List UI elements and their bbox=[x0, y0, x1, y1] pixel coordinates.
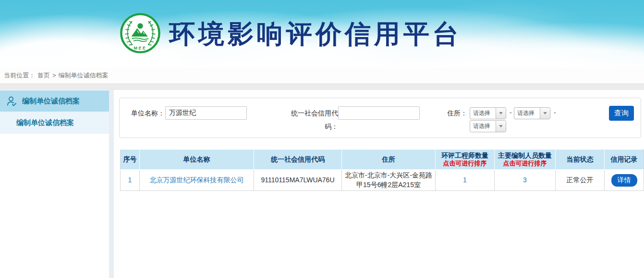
breadcrumb: 当前位置： 首页 > 编制单位诚信档案 bbox=[0, 67, 644, 83]
breadcrumb-current: 编制单位诚信档案 bbox=[59, 71, 109, 80]
address-dash: - bbox=[554, 109, 556, 116]
chevron-down-icon bbox=[540, 108, 550, 119]
sidebar-subitem-credit-archive[interactable]: 编制单位诚信档案 bbox=[0, 112, 109, 134]
col-label: 环评工程师数量 bbox=[441, 152, 488, 159]
address-district-select[interactable]: 请选择 bbox=[470, 120, 506, 132]
col-unit-name: 单位名称 bbox=[140, 150, 254, 170]
sidebar-item-label: 编制单位诚信档案 bbox=[22, 97, 80, 106]
col-credit-record: 信用记录 bbox=[605, 150, 644, 170]
staff-count-link[interactable]: 3 bbox=[523, 176, 527, 184]
sort-hint: 点击可进行排序 bbox=[436, 160, 494, 167]
results-table: 序号 单位名称 统一社会信用代码 住所 环评工程师数量 点击可进行排序 主要编制… bbox=[120, 149, 644, 191]
credit-code-label: 统一社会信用代码： bbox=[278, 106, 338, 133]
cell-engineer-count: 1 bbox=[436, 170, 495, 191]
col-label: 主要编制人员数量 bbox=[498, 152, 552, 159]
cell-unit-name: 北京万源世纪环保科技有限公司 bbox=[140, 170, 254, 191]
divider-strip bbox=[0, 83, 644, 90]
address-province-select[interactable]: 请选择 bbox=[470, 107, 506, 119]
address-dash: - bbox=[510, 109, 512, 116]
sidebar-subitem-label: 编制单位诚信档案 bbox=[16, 118, 74, 127]
detail-button[interactable]: 详情 bbox=[611, 174, 637, 187]
sidebar-divider bbox=[109, 90, 114, 278]
table-row: 1 北京万源世纪环保科技有限公司 91110115MA7LWUA76U 北京市-… bbox=[121, 170, 644, 191]
chevron-down-icon bbox=[496, 121, 506, 132]
main-panel: 单位名称： 统一社会信用代码： 住所： 请选择 - 请选择 - 请选择 查询 bbox=[114, 90, 644, 278]
cell-status: 正常公开 bbox=[556, 170, 605, 191]
table-header-row: 序号 单位名称 统一社会信用代码 住所 环评工程师数量 点击可进行排序 主要编制… bbox=[121, 150, 644, 170]
address-city-select[interactable]: 请选择 bbox=[514, 107, 550, 119]
site-banner: MEE 环境影响评价信用平台 bbox=[0, 0, 644, 67]
query-button[interactable]: 查询 bbox=[609, 106, 634, 121]
col-engineer-count-sort[interactable]: 环评工程师数量 点击可进行排序 bbox=[436, 150, 495, 170]
sidebar: 编制单位诚信档案 编制单位诚信档案 bbox=[0, 90, 109, 278]
breadcrumb-home-link[interactable]: 首页 bbox=[37, 71, 50, 80]
cell-credit-code: 91110115MA7LWUA76U bbox=[254, 170, 342, 191]
address-label: 住所： bbox=[447, 106, 467, 120]
site-title: 环境影响评价信用平台 bbox=[169, 0, 462, 67]
select-value: 请选择 bbox=[470, 121, 496, 132]
unit-name-label: 单位名称： bbox=[131, 106, 165, 120]
engineer-count-link[interactable]: 1 bbox=[463, 176, 467, 184]
col-staff-count-sort[interactable]: 主要编制人员数量 点击可进行排序 bbox=[495, 150, 556, 170]
col-address: 住所 bbox=[342, 150, 436, 170]
col-credit-code: 统一社会信用代码 bbox=[254, 150, 342, 170]
sort-hint: 点击可进行排序 bbox=[495, 160, 555, 167]
cell-staff-count: 3 bbox=[495, 170, 556, 191]
unit-name-link[interactable]: 北京万源世纪环保科技有限公司 bbox=[150, 176, 244, 184]
chevron-down-icon bbox=[496, 108, 506, 119]
cell-credit-record: 详情 bbox=[605, 170, 644, 191]
col-status: 当前状态 bbox=[556, 150, 605, 170]
col-index: 序号 bbox=[121, 150, 140, 170]
mee-logo-icon: MEE bbox=[119, 12, 161, 54]
credit-code-input[interactable] bbox=[338, 106, 420, 120]
sidebar-item-credit-archive[interactable]: 编制单位诚信档案 bbox=[0, 90, 109, 112]
breadcrumb-label: 当前位置： bbox=[4, 71, 35, 80]
breadcrumb-separator: > bbox=[52, 72, 56, 79]
cell-index: 1 bbox=[121, 170, 140, 191]
row-index: 1 bbox=[128, 176, 132, 184]
select-value: 请选择 bbox=[514, 108, 540, 119]
user-check-icon bbox=[6, 96, 17, 107]
select-value: 请选择 bbox=[470, 108, 496, 119]
cell-address: 北京市-北京市-大兴区-金苑路甲15号6幢2层A215室 bbox=[342, 170, 436, 191]
search-form: 单位名称： 统一社会信用代码： 住所： 请选择 - 请选择 - 请选择 查询 bbox=[119, 98, 641, 138]
unit-name-input[interactable] bbox=[165, 106, 247, 120]
svg-text:MEE: MEE bbox=[134, 46, 147, 51]
